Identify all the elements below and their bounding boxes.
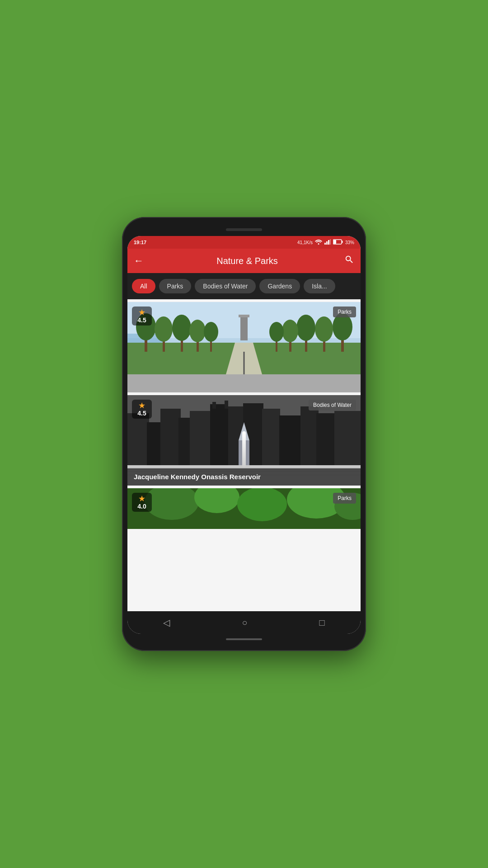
category-badge-2: Bodies of Water <box>309 400 356 410</box>
svg-rect-39 <box>160 409 181 467</box>
rating-badge-3: ★ 4.0 <box>132 493 152 512</box>
status-time: 19:17 <box>134 240 146 245</box>
filter-chip-islands[interactable]: Isla... <box>304 279 335 293</box>
svg-point-0 <box>318 243 319 245</box>
svg-point-31 <box>282 320 298 342</box>
card-image-2: ★ 4.5 Bodies of Water Jacqueline Kennedy… <box>127 395 361 486</box>
svg-point-61 <box>237 488 287 521</box>
place-card-3[interactable]: ★ 4.0 Parks <box>127 488 361 529</box>
card-image-1: ★ 4.5 Parks Franklin D. Roosevelt Four F… <box>127 302 361 392</box>
card-title-bar-1: Franklin D. Roosevelt Four Freedoms Park <box>127 375 361 392</box>
rating-badge-2: ★ 4.5 <box>132 400 152 419</box>
phone-notch <box>127 225 361 234</box>
svg-rect-51 <box>334 411 361 467</box>
filter-chip-parks[interactable]: Parks <box>159 279 192 293</box>
svg-rect-35 <box>239 315 249 317</box>
rating-value-1: 4.5 <box>137 316 146 324</box>
svg-rect-47 <box>262 409 280 467</box>
filter-bar: All Parks Bodies of Water Gardens Isla..… <box>127 273 361 299</box>
svg-point-29 <box>296 315 315 341</box>
svg-rect-44 <box>225 401 228 409</box>
card-title-bar-2: Jacqueline Kennedy Onassis Reservoir <box>127 468 361 486</box>
phone-screen: 19:17 41,1K/s <box>127 236 361 634</box>
wifi-icon <box>315 239 322 245</box>
svg-rect-6 <box>333 240 336 244</box>
signal-icon <box>324 239 331 245</box>
phone-shell: 19:17 41,1K/s <box>122 217 366 651</box>
app-header: ← Nature & Parks <box>127 249 361 273</box>
content-area: ★ 4.5 Parks Franklin D. Roosevelt Four F… <box>127 299 361 611</box>
phone-bottom-bar <box>127 636 361 643</box>
svg-rect-13 <box>127 374 361 392</box>
home-indicator <box>226 638 262 640</box>
nav-back-button[interactable]: ◁ <box>154 613 179 632</box>
svg-rect-37 <box>127 413 149 467</box>
filter-chip-gardens[interactable]: Gardens <box>259 279 300 293</box>
bottom-nav: ◁ ○ □ <box>127 611 361 634</box>
svg-point-33 <box>269 322 284 342</box>
search-button[interactable] <box>344 255 354 267</box>
card-title-2: Jacqueline Kennedy Onassis Reservoir <box>134 473 261 481</box>
status-right: 41,1K/s <box>297 239 354 245</box>
svg-rect-50 <box>316 413 337 467</box>
svg-rect-4 <box>330 239 331 245</box>
card-image-3: ★ 4.0 Parks <box>127 488 361 529</box>
place-card-2[interactable]: ★ 4.5 Bodies of Water Jacqueline Kennedy… <box>127 395 361 486</box>
rating-value-2: 4.5 <box>137 410 146 417</box>
rating-badge-1: ★ 4.5 <box>132 307 152 326</box>
svg-rect-34 <box>240 316 248 340</box>
place-card-1[interactable]: ★ 4.5 Parks Franklin D. Roosevelt Four F… <box>127 302 361 392</box>
battery-percent: 33% <box>345 240 354 245</box>
rating-value-3: 4.0 <box>137 503 146 510</box>
svg-rect-7 <box>342 241 343 243</box>
filter-chip-all[interactable]: All <box>132 279 155 293</box>
svg-rect-49 <box>300 406 319 467</box>
svg-point-17 <box>155 316 173 342</box>
back-button[interactable]: ← <box>134 255 144 267</box>
svg-rect-42 <box>210 404 228 467</box>
nav-home-button[interactable]: ○ <box>233 614 256 632</box>
svg-rect-38 <box>147 422 163 467</box>
svg-rect-48 <box>279 415 302 467</box>
speaker <box>226 228 262 231</box>
svg-point-19 <box>172 315 191 341</box>
page-title: Nature & Parks <box>150 256 344 266</box>
category-badge-1: Parks <box>333 307 356 317</box>
network-speed: 41,1K/s <box>297 240 313 245</box>
status-bar: 19:17 41,1K/s <box>127 236 361 249</box>
star-icon-2: ★ <box>138 401 145 410</box>
svg-point-21 <box>189 320 206 342</box>
svg-rect-2 <box>326 241 328 245</box>
star-icon-3: ★ <box>138 495 145 503</box>
svg-point-27 <box>315 316 333 342</box>
nav-recents-button[interactable]: □ <box>310 614 333 632</box>
svg-rect-43 <box>212 402 216 409</box>
svg-point-25 <box>333 313 352 340</box>
battery-icon <box>333 239 343 245</box>
star-icon-1: ★ <box>138 308 145 316</box>
svg-rect-1 <box>324 243 326 245</box>
filter-chip-water[interactable]: Bodies of Water <box>195 279 256 293</box>
svg-point-23 <box>204 322 218 342</box>
category-badge-3: Parks <box>333 493 356 504</box>
svg-rect-3 <box>328 240 329 245</box>
card-title-1: Franklin D. Roosevelt Four Freedoms Park <box>134 380 271 387</box>
